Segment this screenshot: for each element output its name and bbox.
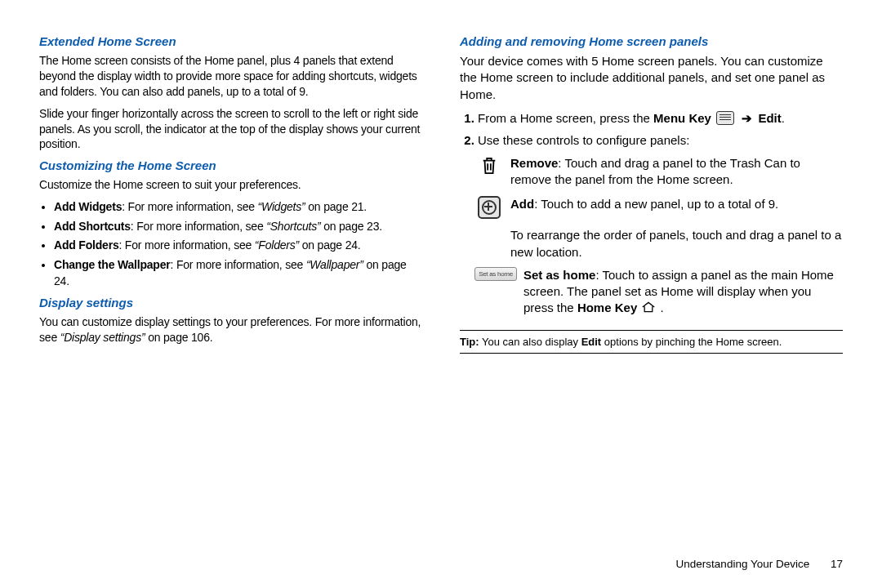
para-extended-2: Slide your finger horizontally across th…	[39, 106, 422, 153]
para-rearrange: To rearrange the order of panels, touch …	[510, 227, 843, 261]
heading-adding-removing: Adding and removing Home screen panels	[460, 34, 843, 48]
right-column: Adding and removing Home screen panels Y…	[460, 28, 843, 354]
control-add: Add: Touch to add a new panel, up to a t…	[478, 196, 843, 219]
para-panels-intro: Your device comes with 5 Home screen pan…	[460, 53, 843, 103]
control-remove: Remove: Touch and drag a panel to the Tr…	[478, 155, 843, 189]
set-as-home-icon: Set as home	[474, 267, 517, 281]
steps-list: From a Home screen, press the Menu Key ➔…	[460, 109, 843, 318]
para-extended-1: The Home screen consists of the Home pan…	[39, 53, 422, 100]
menu-key-icon	[716, 111, 734, 125]
bullet-add-widgets: Add Widgets: For more information, see “…	[54, 199, 422, 216]
step-2: Use these controls to configure panels: …	[478, 131, 843, 318]
bullet-add-shortcuts: Add Shortcuts: For more information, see…	[54, 219, 422, 235]
bullet-wallpaper: Change the Wallpaper: For more informati…	[54, 257, 422, 289]
footer-page-number: 17	[831, 558, 843, 570]
para-customize-intro: Customize the Home screen to suit your p…	[39, 177, 422, 193]
home-key-icon	[640, 301, 657, 318]
left-column: Extended Home Screen The Home screen con…	[39, 28, 422, 354]
heading-extended-home: Extended Home Screen	[39, 34, 422, 48]
para-display-settings: You can customize display settings to yo…	[39, 314, 422, 345]
add-icon	[478, 196, 501, 219]
trash-icon	[480, 155, 498, 180]
arrow-icon: ➔	[742, 111, 752, 125]
control-set-home: Set as home Set as home: Touch to assign…	[478, 267, 843, 318]
customize-list: Add Widgets: For more information, see “…	[39, 199, 422, 289]
step-1: From a Home screen, press the Menu Key ➔…	[478, 109, 843, 127]
footer-section: Understanding Your Device	[676, 558, 810, 570]
page-footer: Understanding Your Device 17	[676, 558, 843, 570]
heading-customizing: Customizing the Home Screen	[39, 158, 422, 172]
bullet-add-folders: Add Folders: For more information, see “…	[54, 238, 422, 254]
tip-box: Tip: You can also display Edit options b…	[460, 330, 843, 354]
heading-display-settings: Display settings	[39, 296, 422, 310]
